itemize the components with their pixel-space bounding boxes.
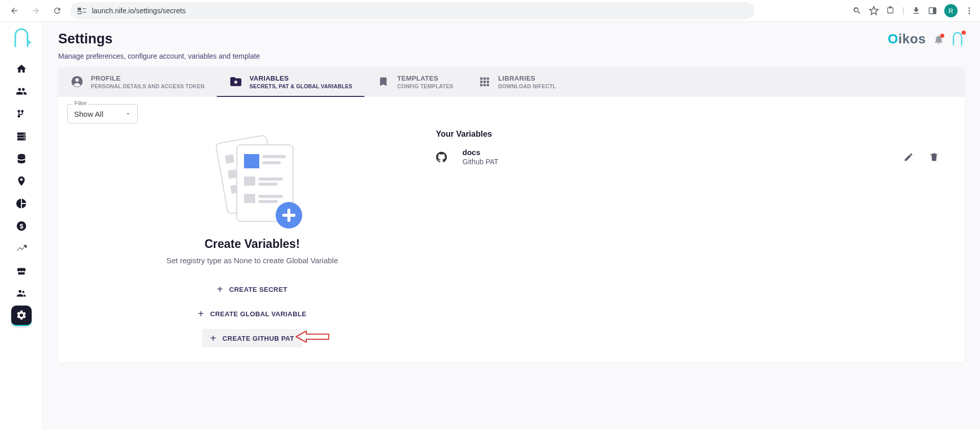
svg-point-8 (969, 7, 970, 9)
svg-rect-25 (480, 78, 483, 80)
svg-point-15 (23, 133, 24, 134)
panel-icon[interactable] (928, 6, 937, 15)
svg-rect-40 (244, 154, 259, 168)
create-github-pat-button[interactable]: + CREATE GITHUB PAT (202, 329, 303, 347)
delete-variable-button[interactable] (929, 152, 939, 162)
forward-button[interactable] (28, 3, 44, 19)
svg-rect-0 (78, 8, 81, 10)
arrow-left-icon (10, 6, 19, 15)
address-bar[interactable]: launch.nife.io/settings/secrets (70, 2, 754, 19)
settings-card: PROFILEPERSONAL DETAILS AND ACCESS TOKEN… (58, 67, 965, 363)
site-settings-icon (78, 7, 87, 14)
svg-text:$: $ (19, 222, 23, 230)
store-icon (16, 265, 27, 276)
svg-point-11 (29, 42, 31, 43)
svg-point-24 (76, 78, 79, 82)
tab-templates[interactable]: TEMPLATESCONFIG TEMPLATES (364, 67, 465, 97)
reload-button[interactable] (49, 3, 65, 19)
browser-actions: | R (852, 4, 974, 17)
sidebar-pie[interactable] (11, 193, 32, 214)
pin-icon (16, 175, 27, 187)
main-content: Settings Manage preferences, configure a… (43, 22, 980, 429)
brand-label: Oikos (888, 31, 926, 47)
star-icon[interactable] (869, 6, 879, 16)
create-panel: Create Variables! Set registry type as N… (68, 128, 436, 347)
sidebar-home[interactable] (11, 59, 32, 79)
github-icon (436, 152, 447, 163)
url-text: launch.nife.io/settings/secrets (92, 7, 186, 15)
edit-variable-button[interactable] (903, 152, 914, 162)
svg-rect-7 (933, 8, 936, 14)
sidebar-location[interactable] (11, 171, 32, 191)
svg-rect-48 (258, 200, 278, 203)
users-icon (16, 86, 27, 97)
plus-icon: + (217, 284, 223, 294)
trend-icon (16, 243, 27, 254)
sidebar-branch[interactable] (11, 104, 32, 124)
plus-icon: + (198, 309, 204, 319)
svg-rect-32 (483, 84, 486, 87)
svg-rect-1 (78, 11, 81, 14)
svg-rect-27 (487, 78, 489, 80)
sidebar-billing[interactable]: $ (11, 216, 32, 236)
page-title: Settings (58, 31, 260, 47)
pencil-icon (903, 152, 914, 162)
svg-rect-41 (262, 155, 286, 158)
svg-point-22 (22, 291, 24, 293)
chevron-down-icon (125, 111, 131, 117)
create-global-variable-button[interactable]: + CREATE GLOBAL VARIABLE (190, 305, 315, 323)
create-subheading: Set registry type as None to create Glob… (166, 256, 338, 265)
notifications-icon[interactable] (933, 34, 944, 45)
menu-dots-icon[interactable] (965, 6, 974, 15)
sidebar-users[interactable] (11, 81, 32, 102)
filter-field: Filter Show All (67, 104, 138, 123)
servers-icon (16, 131, 27, 142)
page-subtitle: Manage preferences, configure account, v… (58, 52, 260, 60)
variable-row: docs Github PAT (436, 148, 954, 166)
svg-rect-44 (258, 178, 283, 181)
tab-libraries[interactable]: LIBRARIESDOWNLOAD NIFECTL (465, 67, 568, 97)
sidebar-store[interactable] (11, 261, 32, 281)
create-illustration (201, 130, 303, 229)
svg-point-16 (23, 136, 24, 137)
svg-rect-28 (480, 81, 483, 83)
tabs-bar: PROFILEPERSONAL DETAILS AND ACCESS TOKEN… (58, 67, 965, 97)
trash-icon (929, 152, 939, 162)
svg-rect-45 (258, 183, 278, 186)
variable-type: Github PAT (462, 158, 888, 166)
svg-rect-31 (480, 84, 483, 87)
variables-heading: Your Variables (436, 130, 954, 139)
branch-icon (16, 109, 27, 119)
svg-point-18 (17, 154, 25, 157)
sidebar-settings[interactable] (11, 306, 32, 326)
svg-rect-35 (225, 154, 235, 164)
gear-icon (16, 310, 27, 321)
back-button[interactable] (6, 3, 22, 19)
svg-rect-42 (262, 161, 281, 164)
sidebar-analytics[interactable] (11, 238, 32, 259)
sidebar-database[interactable] (11, 148, 32, 169)
app-logo[interactable] (9, 27, 34, 52)
folder-star-icon (229, 75, 242, 88)
svg-rect-26 (483, 78, 486, 80)
plus-icon: + (210, 333, 216, 343)
sidebar-team[interactable] (11, 283, 32, 304)
download-icon[interactable] (912, 6, 921, 15)
create-secret-button[interactable]: + CREATE SECRET (209, 280, 296, 298)
svg-rect-30 (487, 81, 489, 83)
mini-logo-icon[interactable] (951, 32, 965, 47)
svg-rect-43 (244, 176, 255, 186)
svg-rect-46 (244, 194, 255, 203)
tab-profile[interactable]: PROFILEPERSONAL DETAILS AND ACCESS TOKEN (58, 67, 217, 97)
filter-label: Filter (72, 100, 89, 106)
svg-point-21 (18, 290, 21, 293)
sidebar-servers[interactable] (11, 126, 32, 146)
tab-variables[interactable]: VARIABLESSECRETS, PAT & GLOBAL VARIABLES (217, 67, 364, 97)
reload-icon (53, 6, 62, 15)
zoom-icon[interactable] (852, 6, 862, 15)
profile-avatar[interactable]: R (944, 4, 958, 17)
filter-select[interactable]: Show All (67, 104, 138, 123)
svg-rect-29 (483, 81, 486, 83)
extensions-icon[interactable] (886, 6, 895, 15)
annotation-arrow-icon (294, 329, 330, 344)
